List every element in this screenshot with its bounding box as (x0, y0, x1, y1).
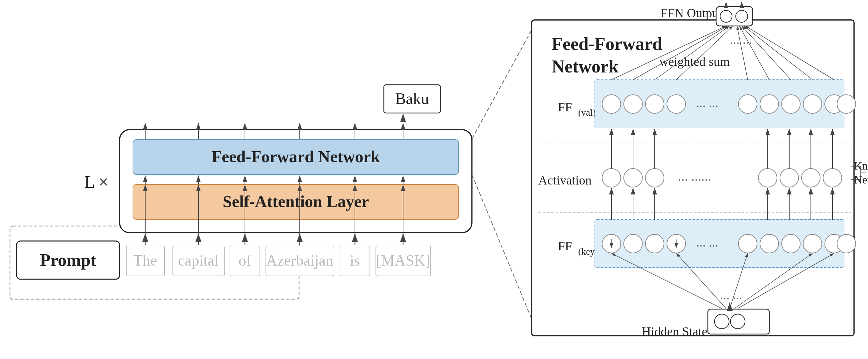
svg-point-65 (602, 169, 621, 187)
svg-point-58 (760, 95, 779, 113)
svg-point-47 (736, 10, 748, 22)
svg-text:... ...: ... ... (696, 96, 718, 110)
hidden-state-label: Hidden State (642, 324, 707, 338)
svg-text:... ......: ... ...... (678, 169, 711, 184)
ff-key-label: FF (558, 239, 572, 253)
prompt-label: Prompt (40, 251, 96, 270)
svg-point-84 (782, 234, 800, 253)
svg-point-85 (803, 234, 822, 253)
svg-text:(val): (val) (578, 108, 596, 118)
token-of: of (239, 252, 252, 269)
svg-point-54 (645, 95, 664, 113)
svg-point-67 (645, 169, 664, 187)
svg-point-77 (624, 234, 642, 253)
diagram-container: Prompt The capital of Azerbaijan is [MAS… (0, 0, 868, 359)
ff-val-label: FF (558, 100, 572, 114)
bottom-dots: ... ... (720, 288, 742, 302)
svg-point-89 (714, 314, 729, 329)
svg-point-78 (645, 234, 664, 253)
svg-line-42 (472, 30, 532, 139)
svg-point-66 (624, 169, 642, 187)
top-dots: ... ... (730, 33, 752, 47)
ffn-title-line2: Network (552, 57, 618, 77)
token-mask: [MASK] (376, 252, 430, 269)
token-capital: capital (178, 252, 219, 269)
lx-label: L × (84, 173, 108, 191)
svg-point-72 (823, 169, 842, 187)
weighted-sum-label: weighted sum (659, 55, 730, 68)
baku-label: Baku (395, 90, 429, 108)
activation-label: Activation (538, 173, 591, 187)
sal-bar-label: Self-Attention Layer (223, 192, 369, 211)
svg-point-60 (803, 95, 822, 113)
svg-point-87 (837, 234, 856, 253)
svg-point-59 (782, 95, 800, 113)
svg-point-70 (780, 169, 799, 187)
svg-point-82 (738, 234, 757, 253)
svg-point-53 (624, 95, 642, 113)
svg-point-71 (802, 169, 820, 187)
svg-point-62 (837, 95, 856, 113)
svg-point-46 (720, 10, 732, 22)
ffn-bar-label: Feed-Forward Network (212, 147, 380, 166)
ffn-title-line1: Feed-Forward (552, 34, 662, 54)
svg-point-90 (731, 314, 745, 329)
svg-point-83 (760, 234, 779, 253)
ffn-output-label: FFN Output (661, 6, 722, 20)
svg-point-55 (667, 95, 686, 113)
svg-point-52 (602, 95, 621, 113)
svg-text:... ...: ... ... (696, 235, 718, 249)
token-is: is (350, 252, 360, 269)
token-azerbaijan: Azerbaijan (266, 252, 333, 269)
knowledge-neurons-label: Knowledge (854, 159, 868, 172)
svg-point-69 (758, 169, 777, 187)
token-the: The (133, 252, 157, 269)
svg-point-57 (738, 95, 757, 113)
svg-line-43 (472, 175, 532, 319)
